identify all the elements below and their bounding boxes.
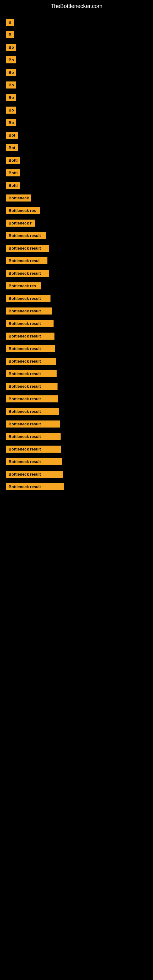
bottleneck-result-badge: Bo <box>6 107 16 114</box>
bottleneck-result-badge: Bottl <box>6 182 20 189</box>
result-item: Bottleneck result <box>6 295 147 302</box>
bottleneck-result-badge: Bottleneck result <box>6 458 62 465</box>
bottleneck-result-badge: Bo <box>6 81 16 89</box>
bottleneck-result-badge: Bottleneck result <box>6 345 55 352</box>
bottleneck-result-badge: Bottleneck result <box>6 383 57 390</box>
result-item: Bottleneck result <box>6 420 147 428</box>
bottleneck-result-badge: Bo <box>6 69 16 76</box>
result-item: Bottleneck result <box>6 307 147 315</box>
bottleneck-result-badge: Bottleneck result <box>6 358 56 365</box>
result-item: Bottleneck result <box>6 232 147 239</box>
bottleneck-result-badge: Bo <box>6 44 16 51</box>
bottleneck-result-badge: Bottleneck result <box>6 232 46 239</box>
result-item: Bottleneck res <box>6 207 147 214</box>
bottleneck-result-badge: Bottleneck result <box>6 245 49 252</box>
bottleneck-result-badge: Bot <box>6 144 18 151</box>
site-title: TheBottlenecker.com <box>0 0 153 16</box>
bottleneck-result-badge: Bottleneck r <box>6 220 35 227</box>
bottleneck-result-badge: Bo <box>6 119 16 126</box>
bottleneck-result-badge: Bottleneck resul <box>6 257 48 264</box>
result-item: Bottl <box>6 157 147 164</box>
bottleneck-result-badge: Bo <box>6 94 16 101</box>
result-item: Bottleneck result <box>6 270 147 277</box>
result-item: B <box>6 19 147 26</box>
result-item: Bottleneck result <box>6 245 147 252</box>
result-item: B <box>6 31 147 38</box>
bottleneck-result-badge: Bottleneck result <box>6 332 54 340</box>
result-item: Bot <box>6 132 147 139</box>
result-item: Bottleneck result <box>6 471 147 478</box>
result-item: Bottleneck result <box>6 345 147 352</box>
result-item: Bo <box>6 69 147 76</box>
bottleneck-result-badge: Bottleneck result <box>6 445 61 453</box>
bottleneck-result-badge: Bottleneck result <box>6 408 59 415</box>
result-item: Bottleneck result <box>6 320 147 327</box>
bottleneck-result-badge: Bottleneck result <box>6 433 61 440</box>
result-item: Bot <box>6 144 147 151</box>
bottleneck-result-badge: Bottleneck result <box>6 307 52 315</box>
result-item: Bottleneck result <box>6 332 147 340</box>
result-item: Bo <box>6 107 147 114</box>
result-item: Bottleneck result <box>6 370 147 377</box>
bottleneck-result-badge: Bottleneck result <box>6 471 63 478</box>
bottleneck-result-badge: Bottleneck <box>6 194 31 202</box>
result-item: Bottleneck result <box>6 445 147 453</box>
result-item: Bottleneck resul <box>6 257 147 264</box>
result-item: Bottl <box>6 182 147 189</box>
result-item: Bottleneck res <box>6 282 147 290</box>
result-item: Bo <box>6 119 147 126</box>
bottleneck-result-badge: Bottleneck res <box>6 282 41 290</box>
bottleneck-result-badge: Bottl <box>6 157 20 164</box>
bottleneck-result-badge: Bo <box>6 56 16 64</box>
result-item: Bottleneck <box>6 194 147 202</box>
bottleneck-result-badge: Bottleneck result <box>6 420 60 428</box>
bottleneck-result-badge: Bottleneck res <box>6 207 40 214</box>
result-item: Bottleneck result <box>6 408 147 415</box>
result-item: Bottleneck result <box>6 483 147 490</box>
bottleneck-result-badge: Bottleneck result <box>6 370 57 377</box>
bottleneck-result-badge: Bottleneck result <box>6 483 64 490</box>
result-item: Bottleneck result <box>6 383 147 390</box>
result-item: Bottleneck result <box>6 433 147 440</box>
result-item: Bottl <box>6 169 147 177</box>
bottleneck-result-badge: Bottleneck result <box>6 270 49 277</box>
bottleneck-result-badge: B <box>6 31 14 38</box>
result-item: Bottleneck result <box>6 395 147 402</box>
bottleneck-result-badge: B <box>6 19 14 26</box>
result-item: Bo <box>6 94 147 101</box>
bottleneck-result-badge: Bottleneck result <box>6 295 51 302</box>
bottleneck-result-badge: Bot <box>6 132 18 139</box>
bottleneck-result-badge: Bottl <box>6 169 20 177</box>
results-container: BBBoBoBoBoBoBoBoBotBotBottlBottlBottlBot… <box>0 16 153 499</box>
result-item: Bo <box>6 44 147 51</box>
result-item: Bottleneck result <box>6 458 147 465</box>
result-item: Bottleneck r <box>6 220 147 227</box>
result-item: Bo <box>6 81 147 89</box>
bottleneck-result-badge: Bottleneck result <box>6 395 58 402</box>
result-item: Bo <box>6 56 147 64</box>
result-item: Bottleneck result <box>6 358 147 365</box>
bottleneck-result-badge: Bottleneck result <box>6 320 54 327</box>
